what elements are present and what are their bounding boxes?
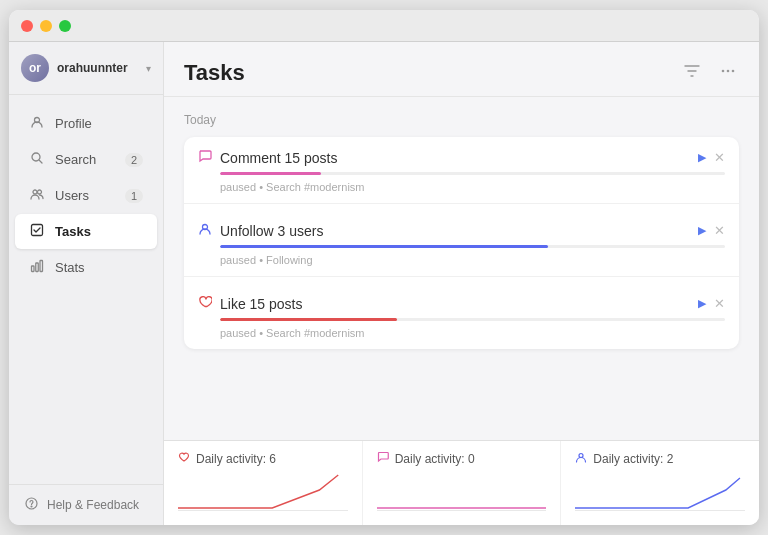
chevron-down-icon: ▾ [146,63,151,74]
svg-rect-6 [32,266,35,272]
bottom-stats: Daily activity: 6 [164,440,759,525]
comment-type-icon [198,149,212,166]
svg-point-15 [579,454,583,458]
sidebar-item-tasks[interactable]: Tasks [15,214,157,249]
svg-point-10 [31,506,32,507]
page-title: Tasks [184,60,681,86]
table-row: Like 15 posts ▶ ✕ paused [184,283,739,349]
stat-label-comments: Daily activity: 0 [395,452,475,466]
task-progress-2 [220,245,725,248]
app-window: or orahuunnter ▾ Profile [9,10,759,525]
task-meta-3: paused • Search #modernism [220,327,725,339]
svg-point-4 [38,190,42,194]
main-content: Today Comment 15 posts ▶ [164,97,759,440]
sidebar-item-users[interactable]: Users 1 [15,178,157,213]
task-meta-2: paused • Following [220,254,725,266]
task-play-button-3[interactable]: ▶ [698,297,706,310]
comment-stat-icon [377,451,389,466]
main-panel: Tasks [164,42,759,525]
unfollow-type-icon [198,222,212,239]
user-menu[interactable]: or orahuunnter ▾ [9,42,163,95]
users-badge: 1 [125,189,143,203]
svg-rect-8 [40,261,43,272]
svg-point-3 [33,190,37,194]
sidebar-item-label-search: Search [55,152,115,167]
stat-header-likes: Daily activity: 6 [178,451,348,466]
titlebar [9,10,759,42]
stat-label-likes: Daily activity: 6 [196,452,276,466]
avatar: or [21,54,49,82]
task-name-1: Comment 15 posts [220,150,690,166]
section-today-label: Today [184,113,739,127]
table-row: Comment 15 posts ▶ ✕ paus [184,137,739,204]
svg-point-1 [32,153,40,161]
like-type-icon [198,295,212,312]
svg-line-2 [40,161,43,164]
task-header-1: Comment 15 posts ▶ ✕ [198,149,725,166]
sidebar-item-profile[interactable]: Profile [15,106,157,141]
task-name-2: Unfollow 3 users [220,223,690,239]
task-close-button-1[interactable]: ✕ [714,150,725,165]
sidebar-item-label-stats: Stats [55,260,143,275]
task-actions-1: ▶ ✕ [698,150,725,165]
help-feedback-button[interactable]: Help & Feedback [9,484,163,525]
sidebar-item-search[interactable]: Search 2 [15,142,157,177]
stat-header-comments: Daily activity: 0 [377,451,547,466]
task-meta-1: paused • Search #modernism [220,181,725,193]
person-stat-icon [575,451,587,466]
app-body: or orahuunnter ▾ Profile [9,42,759,525]
task-name-3: Like 15 posts [220,296,690,312]
sidebar-item-label-profile: Profile [55,116,143,131]
sidebar-item-label-users: Users [55,188,115,203]
table-row: Unfollow 3 users ▶ ✕ paus [184,210,739,277]
main-header: Tasks [164,42,759,97]
svg-rect-5 [32,225,43,236]
close-dot[interactable] [21,20,33,32]
stat-card-follows: Daily activity: 2 [561,441,759,525]
stat-chart-follows [575,474,745,515]
task-actions-3: ▶ ✕ [698,296,725,311]
sidebar: or orahuunnter ▾ Profile [9,42,164,525]
svg-point-11 [722,70,725,73]
sidebar-item-label-tasks: Tasks [55,224,143,239]
stat-card-comments: Daily activity: 0 [363,441,562,525]
more-menu-button[interactable] [717,60,739,86]
sidebar-item-stats[interactable]: Stats [15,250,157,285]
svg-point-13 [732,70,735,73]
search-badge: 2 [125,153,143,167]
maximize-dot[interactable] [59,20,71,32]
task-close-button-3[interactable]: ✕ [714,296,725,311]
task-progress-3 [220,318,725,321]
stats-icon [29,259,45,276]
task-close-button-2[interactable]: ✕ [714,223,725,238]
stat-chart-comments [377,474,547,515]
nav-menu: Profile Search 2 [9,95,163,484]
task-header-3: Like 15 posts ▶ ✕ [198,295,725,312]
task-actions-2: ▶ ✕ [698,223,725,238]
search-icon [29,151,45,168]
task-play-button-1[interactable]: ▶ [698,151,706,164]
stat-label-follows: Daily activity: 2 [593,452,673,466]
filter-button[interactable] [681,60,703,86]
task-progress-1 [220,172,725,175]
stat-card-likes: Daily activity: 6 [164,441,363,525]
username-label: orahuunnter [57,61,138,75]
heart-stat-icon [178,451,190,466]
task-list: Comment 15 posts ▶ ✕ paus [184,137,739,349]
task-play-button-2[interactable]: ▶ [698,224,706,237]
profile-icon [29,115,45,132]
stat-header-follows: Daily activity: 2 [575,451,745,466]
help-feedback-label: Help & Feedback [47,498,139,512]
svg-rect-7 [36,263,39,272]
minimize-dot[interactable] [40,20,52,32]
tasks-icon [29,223,45,240]
users-icon [29,187,45,204]
header-actions [681,60,739,86]
svg-point-12 [727,70,730,73]
task-header-2: Unfollow 3 users ▶ ✕ [198,222,725,239]
stat-chart-likes [178,474,348,515]
help-icon [23,497,39,513]
